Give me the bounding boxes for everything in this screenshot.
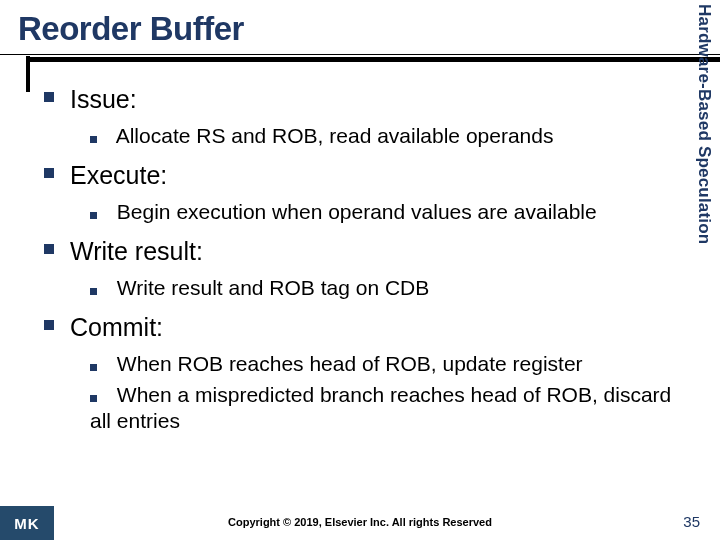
item-text: Write result and ROB tag on CDB	[117, 276, 429, 299]
copyright: Copyright © 2019, Elsevier Inc. All righ…	[0, 516, 720, 528]
section-heading: Execute:	[70, 160, 167, 191]
rule-tick	[26, 56, 30, 92]
list-item: When ROB reaches head of ROB, update reg…	[90, 351, 680, 377]
bullet-icon	[44, 320, 54, 330]
section-heading: Write result:	[70, 236, 203, 267]
page-number: 35	[683, 513, 700, 530]
list-item: Write result and ROB tag on CDB	[90, 275, 680, 301]
section-issue: Issue: Allocate RS and ROB, read availab…	[44, 84, 680, 148]
section-commit: Commit: When ROB reaches head of ROB, up…	[44, 312, 680, 433]
rule-thin	[0, 54, 720, 55]
bullet-icon	[90, 364, 97, 371]
content: Issue: Allocate RS and ROB, read availab…	[0, 62, 720, 434]
bullet-icon	[44, 168, 54, 178]
sidebar-label: Hardware-Based Speculation	[694, 4, 714, 244]
bullet-icon	[90, 288, 97, 295]
item-text: Begin execution when operand values are …	[117, 200, 597, 223]
bullet-icon	[90, 395, 97, 402]
list-item: When a mispredicted branch reaches head …	[90, 382, 680, 433]
bullet-icon	[90, 212, 97, 219]
bullet-icon	[90, 136, 97, 143]
list-item: Allocate RS and ROB, read available oper…	[90, 123, 680, 149]
section-heading: Issue:	[70, 84, 137, 115]
slide: Reorder Buffer Hardware-Based Speculatio…	[0, 0, 720, 540]
slide-title: Reorder Buffer	[18, 10, 720, 48]
list-item: Begin execution when operand values are …	[90, 199, 680, 225]
section-heading: Commit:	[70, 312, 163, 343]
bullet-icon	[44, 244, 54, 254]
section-write-result: Write result: Write result and ROB tag o…	[44, 236, 680, 300]
item-text: Allocate RS and ROB, read available oper…	[116, 124, 554, 147]
footer: MK Copyright © 2019, Elsevier Inc. All r…	[0, 506, 720, 540]
item-text: When ROB reaches head of ROB, update reg…	[117, 352, 583, 375]
title-wrap: Reorder Buffer	[0, 0, 720, 54]
item-text: When a mispredicted branch reaches head …	[90, 383, 671, 432]
section-execute: Execute: Begin execution when operand va…	[44, 160, 680, 224]
bullet-icon	[44, 92, 54, 102]
outline: Issue: Allocate RS and ROB, read availab…	[44, 84, 680, 434]
